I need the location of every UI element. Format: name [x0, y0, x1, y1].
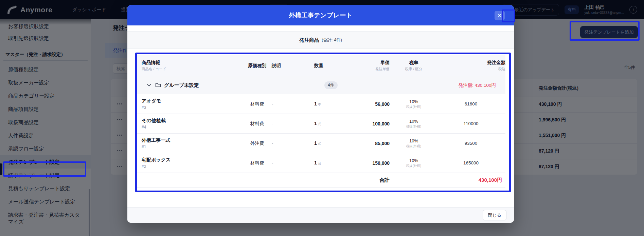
product-name: その他植栽: [142, 118, 234, 124]
product-quantity: 1: [314, 101, 317, 106]
total-label: 合計: [345, 177, 398, 183]
section-count: (合計: 4件): [322, 37, 342, 43]
product-cost-type: 材料費: [234, 121, 272, 127]
product-amount: 61600: [447, 101, 505, 106]
col-tax-rate-sub: 税率 / 区分: [398, 67, 429, 72]
close-icon[interactable]: ✕: [495, 11, 505, 20]
product-tax-type: 税抜(外税): [398, 105, 429, 109]
product-tax-rate: 10%: [398, 138, 429, 143]
product-tax-rate: 10%: [398, 158, 429, 163]
col-product-info-sub: 商品名 / コード: [142, 67, 234, 72]
product-description: -: [272, 141, 305, 146]
product-amount: 165000: [447, 160, 505, 165]
product-unit-price: 85,000: [345, 141, 398, 146]
product-unit-price: 150,000: [345, 160, 398, 166]
folder-icon: [155, 83, 161, 87]
group-row[interactable]: グループ未設定 4件 発注額: 430,100円: [137, 76, 505, 94]
col-tax-rate: 税率: [398, 60, 429, 66]
product-unit-price: 100,000: [345, 121, 398, 126]
col-description: 説明: [272, 63, 305, 69]
product-quantity: 1: [314, 160, 317, 165]
product-row: その他植栽 #4 材料費 - 1式 100,000 10% 税抜(外税) 110…: [137, 114, 505, 134]
product-unit-price: 56,000: [345, 101, 398, 107]
product-cost-type: 材料費: [234, 160, 272, 166]
product-row: アオダモ #3 材料費 - 1本 56,000 10% 税抜(外税) 61600: [137, 94, 505, 114]
col-cost-type: 原価種別: [243, 63, 272, 69]
product-unit: 式: [318, 122, 321, 126]
product-amount: 110000: [447, 121, 505, 126]
product-description: -: [272, 121, 305, 126]
products-table-header: 商品情報 商品名 / コード 原価種別 説明 数量 単価 発注単価 税率 税率 …: [137, 55, 505, 76]
product-tax-type: 税抜(外税): [398, 164, 429, 168]
close-button[interactable]: 閉じる: [483, 210, 506, 220]
product-tax-type: 税抜(外税): [398, 124, 429, 129]
modal-header: 外構工事テンプレート: [127, 5, 514, 25]
modal-title: 外構工事テンプレート: [289, 11, 352, 19]
app-screen: Anymore ダッシュボード 提案∨ 案件1 タスク1 発注 請求 設定 ご利…: [0, 0, 644, 236]
product-tax-rate: 10%: [398, 119, 429, 124]
total-value: 430,100円: [398, 177, 505, 183]
product-description: -: [272, 101, 305, 106]
table-total-row: 合計 430,100円: [137, 173, 505, 188]
col-unit-price-sub: 発注単価: [345, 67, 390, 72]
group-count-badge: 4件: [324, 81, 338, 89]
product-code: #3: [142, 105, 234, 110]
product-description: -: [272, 160, 305, 165]
order-products-table: 商品情報 商品名 / コード 原価種別 説明 数量 単価 発注単価 税率 税率 …: [137, 55, 505, 188]
chevron-down-icon[interactable]: [147, 84, 151, 86]
product-code: #4: [142, 125, 234, 130]
product-code: #1: [142, 144, 234, 149]
product-unit: 台: [318, 161, 321, 165]
product-row: 宅配ボックス #2 材料費 - 1台 150,000 10% 税抜(外税) 16…: [137, 153, 505, 173]
product-amount: 93500: [447, 141, 505, 146]
product-cost-type: 材料費: [234, 101, 272, 107]
order-products-section-bar: 発注商品 (合計: 4件): [127, 31, 514, 49]
product-unit: 式: [318, 142, 321, 145]
modal-footer: 閉じる: [127, 207, 514, 223]
product-name: アオダモ: [142, 98, 234, 104]
col-order-amount: 発注金額: [447, 60, 505, 66]
group-amount: 発注額: 430,100円: [459, 82, 496, 88]
product-row: 外構工事一式 #1 外注費 - 1式 85,000 10% 税抜(外税) 935…: [137, 134, 505, 153]
product-quantity: 1: [314, 121, 317, 126]
group-label: グループ未設定: [164, 82, 199, 88]
col-product-info: 商品情報: [142, 60, 234, 66]
col-unit-price: 単価: [345, 60, 390, 66]
product-tax-rate: 10%: [398, 99, 429, 104]
product-code: #2: [142, 164, 234, 169]
product-tax-type: 税抜(外税): [398, 144, 429, 149]
product-name: 外構工事一式: [142, 137, 234, 143]
order-template-modal: 外構工事テンプレート ✕ 発注商品 (合計: 4件) 商品情報 商品名 / コー…: [127, 5, 514, 223]
product-quantity: 1: [314, 140, 317, 146]
section-title: 発注商品: [299, 37, 319, 43]
col-quantity: 数量: [314, 63, 345, 69]
col-order-amount-sub: 税込: [447, 67, 505, 72]
product-cost-type: 外注費: [234, 140, 272, 146]
product-name: 宅配ボックス: [142, 157, 234, 163]
product-unit: 本: [318, 102, 321, 106]
